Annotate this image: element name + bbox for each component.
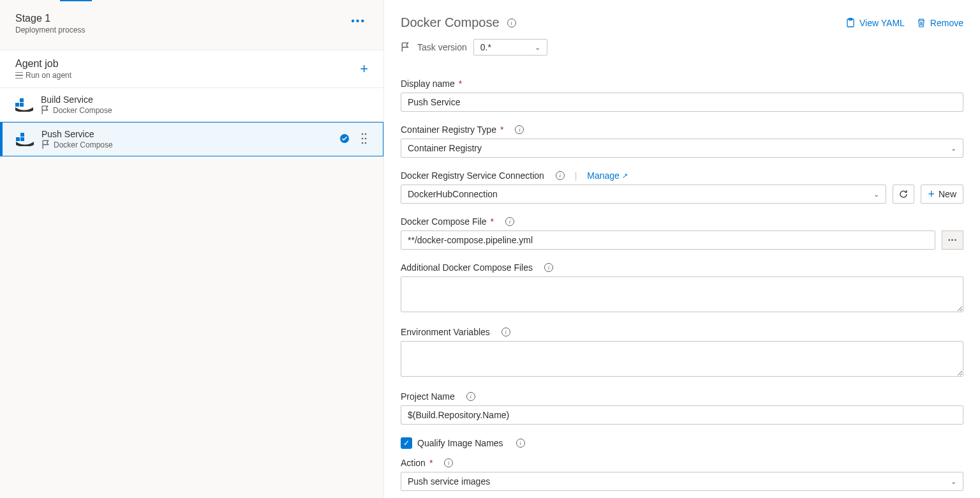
info-icon[interactable]: i — [505, 217, 514, 226]
svg-rect-0 — [15, 103, 19, 107]
qualify-label: Qualify Image Names — [417, 438, 503, 448]
svg-rect-2 — [20, 98, 24, 102]
plus-icon: + — [928, 188, 935, 201]
chevron-down-icon: ⌄ — [951, 144, 956, 153]
svg-rect-1 — [20, 103, 24, 107]
project-name-input[interactable] — [401, 405, 963, 425]
display-name-label: Display name* — [401, 79, 963, 89]
info-icon[interactable]: i — [507, 19, 516, 27]
svg-point-7 — [362, 133, 364, 135]
task-details-panel: Docker Compose i View YAML Remove Task v… — [384, 0, 980, 498]
connection-label: Docker Registry Service Connection i | M… — [401, 170, 963, 181]
task-name: Build Service — [41, 94, 368, 105]
svg-point-10 — [365, 137, 367, 139]
display-name-input[interactable] — [401, 93, 963, 112]
chevron-down-icon: ⌄ — [535, 43, 540, 52]
registry-type-select[interactable]: Container Registry ⌄ — [401, 139, 963, 158]
task-name: Push Service — [41, 129, 332, 139]
task-row-build-service[interactable]: Build Service Docker Compose — [0, 88, 383, 122]
job-title: Agent job — [15, 58, 71, 70]
flag-icon — [41, 105, 50, 115]
registry-type-label: Container Registry Type* i — [401, 124, 963, 135]
new-connection-button[interactable]: + New — [921, 185, 963, 204]
svg-point-11 — [362, 142, 364, 144]
action-select[interactable]: Push service images ⌄ — [401, 472, 963, 491]
additional-files-textarea[interactable] — [401, 276, 963, 312]
info-icon[interactable]: i — [516, 439, 525, 448]
info-icon[interactable]: i — [544, 263, 553, 272]
stage-title: Stage 1 — [15, 13, 85, 24]
view-yaml-button[interactable]: View YAML — [845, 18, 905, 28]
info-icon[interactable]: i — [466, 392, 475, 401]
connection-select[interactable]: DockerHubConnection ⌄ — [401, 185, 886, 204]
remove-button[interactable]: Remove — [916, 18, 963, 28]
chevron-down-icon: ⌄ — [951, 478, 956, 486]
browse-button[interactable]: ··· — [942, 230, 963, 250]
stage-more-menu[interactable]: ••• — [348, 13, 368, 29]
svg-rect-5 — [20, 133, 24, 137]
flag-icon — [41, 140, 51, 149]
stage-header: Stage 1 Deployment process ••• — [0, 1, 383, 42]
panel-title: Docker Compose i — [401, 15, 516, 30]
additional-files-label: Additional Docker Compose Files i — [401, 262, 963, 273]
project-name-label: Project Name i — [401, 391, 963, 402]
chevron-down-icon: ⌄ — [873, 190, 879, 199]
compose-file-input[interactable] — [401, 230, 935, 250]
action-label: Action* i — [401, 458, 963, 468]
refresh-icon — [898, 189, 909, 199]
task-valid-icon — [339, 133, 350, 146]
compose-file-label: Docker Compose File* i — [401, 216, 963, 227]
info-icon[interactable]: i — [515, 125, 524, 134]
list-icon — [15, 72, 23, 79]
job-subtitle: Run on agent — [15, 71, 71, 80]
task-version-select[interactable]: 0.* ⌄ — [473, 39, 547, 56]
svg-point-12 — [365, 142, 367, 144]
drag-handle[interactable] — [361, 132, 368, 147]
task-type: Docker Compose — [41, 140, 332, 149]
stage-subtitle: Deployment process — [15, 26, 85, 34]
external-link-icon: ↗ — [622, 172, 628, 180]
task-version-label: Task version — [417, 42, 467, 52]
add-task-button[interactable]: + — [360, 61, 368, 77]
agent-job-row[interactable]: Agent job Run on agent + — [0, 50, 383, 88]
task-type: Docker Compose — [41, 105, 368, 115]
env-vars-textarea[interactable] — [401, 341, 963, 377]
trash-icon — [916, 18, 926, 28]
svg-rect-3 — [16, 137, 20, 141]
refresh-button[interactable] — [893, 185, 914, 204]
docker-compose-icon — [15, 98, 33, 112]
qualify-checkbox[interactable]: ✓ — [401, 437, 412, 449]
left-panel: Stage 1 Deployment process ••• Agent job… — [0, 0, 384, 498]
docker-compose-icon — [16, 132, 34, 146]
info-icon[interactable]: i — [444, 458, 453, 467]
task-row-push-service[interactable]: Push Service Docker Compose — [0, 122, 383, 156]
info-icon[interactable]: i — [556, 171, 565, 180]
info-icon[interactable]: i — [501, 328, 510, 336]
svg-point-8 — [365, 133, 367, 135]
flag-icon — [401, 42, 411, 52]
manage-link[interactable]: Manage↗ — [587, 170, 628, 181]
env-vars-label: Environment Variables i — [401, 327, 963, 337]
clipboard-icon — [845, 18, 856, 28]
svg-rect-4 — [20, 137, 24, 141]
svg-point-9 — [362, 137, 364, 139]
